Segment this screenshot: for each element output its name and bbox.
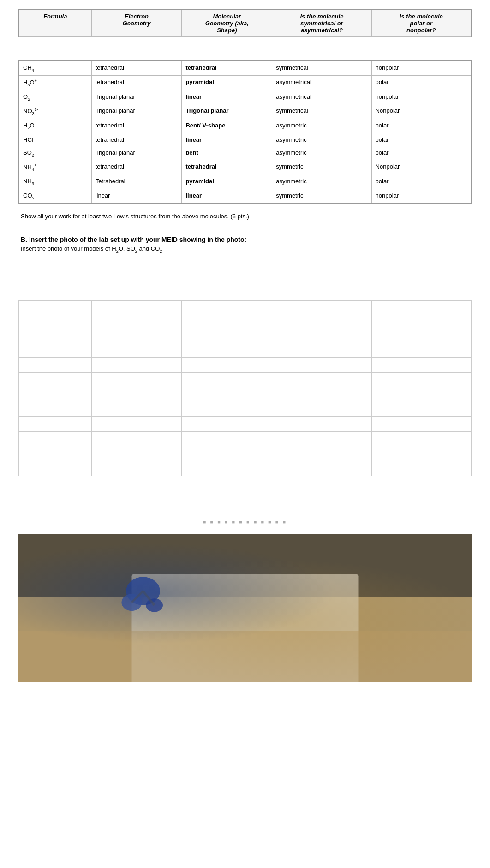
empty-cell <box>272 461 371 476</box>
empty-cell <box>272 416 371 431</box>
empty-col-5 <box>371 300 471 328</box>
cell-molecular-no3: Trigonal planar <box>182 104 272 119</box>
table-row: O2 Trigonal planar linear asymmetrical n… <box>19 90 471 104</box>
empty-cell <box>371 416 471 431</box>
empty-cell <box>91 431 182 446</box>
cell-symmetry-o2: asymmetrical <box>272 90 371 104</box>
empty-cell <box>19 328 92 343</box>
empty-cell <box>19 372 92 387</box>
cell-polar-o2: nonpolar <box>371 90 471 104</box>
blurred-caption-text: ■ ■ ■ ■ ■ ■ ■ ■ ■ ■ ■ ■ <box>203 519 287 524</box>
empty-table-container <box>18 300 472 476</box>
empty-col-1 <box>19 300 92 328</box>
empty-cell <box>19 343 92 357</box>
empty-cell <box>272 357 371 372</box>
cell-formula-h2o: H2O <box>19 119 92 133</box>
cell-electron-nh3: Tetrahedral <box>91 175 182 189</box>
electron-geo-label: ElectronGeometry <box>123 13 151 27</box>
cell-electron-ch4: tetrahedral <box>91 61 182 76</box>
cell-formula-ch4: CH4 <box>19 61 92 76</box>
empty-cell <box>91 416 182 431</box>
cell-molecular-o2: linear <box>182 90 272 104</box>
empty-cell <box>182 357 272 372</box>
cell-symmetry-nh3: asymmetric <box>272 175 371 189</box>
cell-molecular-nh4: tetrahedral <box>182 160 272 175</box>
empty-row <box>19 431 471 446</box>
cell-polar-h2o: polar <box>371 119 471 133</box>
empty-col-3 <box>182 300 272 328</box>
empty-cell <box>371 328 471 343</box>
empty-cell <box>19 387 92 402</box>
empty-cell <box>91 461 182 476</box>
empty-cell <box>272 372 371 387</box>
spacer-1 <box>18 47 472 60</box>
empty-cell <box>91 328 182 343</box>
symmetry-label: Is the moleculesymmetrical orasymmetrica… <box>300 13 343 34</box>
cell-molecular-h3o: pyramidal <box>182 75 272 90</box>
table-row: HCl tetrahedral linear asymmetric polar <box>19 133 471 146</box>
insert-models-note: Insert the photo of your models of H2O, … <box>18 245 472 253</box>
empty-cell <box>371 461 471 476</box>
col-header-formula: Formula <box>19 10 92 37</box>
cell-electron-hcl: tetrahedral <box>91 133 182 146</box>
empty-cell <box>182 328 272 343</box>
empty-cell <box>371 372 471 387</box>
empty-cell <box>19 357 92 372</box>
table-row: NH3 Tetrahedral pyramidal asymmetric pol… <box>19 175 471 189</box>
cell-electron-so2: Trigonal planar <box>91 146 182 160</box>
empty-cell <box>371 446 471 461</box>
cell-electron-co2: linear <box>91 189 182 203</box>
empty-col-4 <box>272 300 371 328</box>
cell-molecular-nh3: pyramidal <box>182 175 272 189</box>
cell-polar-h3o: polar <box>371 75 471 90</box>
empty-cell <box>19 431 92 446</box>
cell-electron-h2o: tetrahedral <box>91 119 182 133</box>
cell-electron-no3: Trigonal planar <box>91 104 182 119</box>
main-data-table: CH4 tetrahedral tetrahedral symmetrical … <box>18 60 472 204</box>
table-row: H2O tetrahedral Bent/ V-shape asymmetric… <box>19 119 471 133</box>
empty-cell <box>182 372 272 387</box>
empty-row <box>19 357 471 372</box>
cell-symmetry-no3: symmetrical <box>272 104 371 119</box>
empty-row <box>19 446 471 461</box>
empty-row <box>19 328 471 343</box>
cell-molecular-h2o: Bent/ V-shape <box>182 119 272 133</box>
cell-polar-co2: nonpolar <box>371 189 471 203</box>
empty-cell <box>91 343 182 357</box>
spacer-6 <box>18 504 472 518</box>
cell-polar-nh4: Nonpolar <box>371 160 471 175</box>
empty-cell <box>272 431 371 446</box>
empty-cell <box>272 328 371 343</box>
cell-polar-hcl: polar <box>371 133 471 146</box>
empty-cell <box>19 461 92 476</box>
empty-cell <box>182 416 272 431</box>
polar-label: Is the moleculepolar ornonpolar? <box>400 13 443 34</box>
cell-symmetry-co2: symmetric <box>272 189 371 203</box>
empty-cell <box>371 402 471 416</box>
cell-formula-nh4: NH4+ <box>19 160 92 175</box>
photo-overlay <box>18 534 472 682</box>
cell-molecular-co2: linear <box>182 189 272 203</box>
empty-cell <box>371 431 471 446</box>
cell-formula-no3: NO31- <box>19 104 92 119</box>
cell-symmetry-h3o: asymmetrical <box>272 75 371 90</box>
molecular-geo-label: MolecularGeometry (aka,Shape) <box>205 13 249 34</box>
cell-polar-so2: polar <box>371 146 471 160</box>
empty-col-2 <box>91 300 182 328</box>
cell-symmetry-ch4: symmetrical <box>272 61 371 76</box>
header-table: Formula ElectronGeometry MolecularGeomet… <box>18 9 472 37</box>
cell-formula-co2: CO2 <box>19 189 92 203</box>
empty-row <box>19 416 471 431</box>
cell-symmetry-h2o: asymmetric <box>272 119 371 133</box>
cell-molecular-so2: bent <box>182 146 272 160</box>
empty-cell <box>182 387 272 402</box>
empty-cell <box>371 387 471 402</box>
empty-cell <box>182 431 272 446</box>
empty-row <box>19 387 471 402</box>
empty-cell <box>19 402 92 416</box>
lab-photo <box>18 534 472 682</box>
empty-row <box>19 402 471 416</box>
empty-cell <box>91 402 182 416</box>
empty-cell <box>91 446 182 461</box>
cell-symmetry-so2: asymmetric <box>272 146 371 160</box>
